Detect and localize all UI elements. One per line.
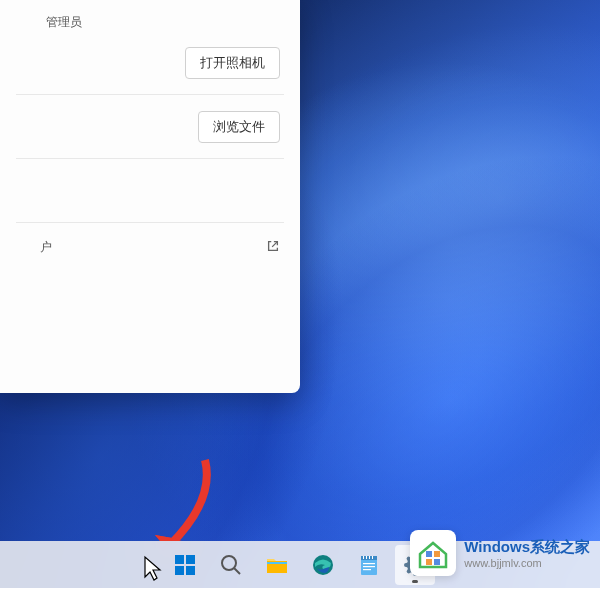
svg-rect-10 <box>363 556 364 559</box>
svg-rect-16 <box>363 569 371 570</box>
brand-title: Windows系统之家 <box>464 538 590 557</box>
svg-rect-15 <box>363 566 375 567</box>
external-link-icon <box>266 239 280 256</box>
svg-rect-12 <box>369 556 370 559</box>
notepad-icon <box>357 553 381 577</box>
start-button[interactable] <box>165 545 205 585</box>
account-row[interactable]: 户 <box>16 223 284 271</box>
spacer-row <box>16 159 284 223</box>
svg-rect-2 <box>175 566 184 575</box>
svg-rect-14 <box>363 563 375 564</box>
browse-files-button[interactable]: 浏览文件 <box>198 111 280 143</box>
windows-icon <box>173 553 197 577</box>
edge-button[interactable] <box>303 545 343 585</box>
svg-rect-0 <box>175 555 184 564</box>
brand-watermark: Windows系统之家 www.bjjmlv.com <box>410 530 590 576</box>
edge-icon <box>311 553 335 577</box>
bottom-whitespace <box>0 588 600 606</box>
browse-setting-row: 浏览文件 <box>16 95 284 159</box>
admin-label: 管理员 <box>46 14 284 31</box>
search-icon <box>219 553 243 577</box>
brand-url: www.bjjmlv.com <box>464 557 590 569</box>
file-explorer-button[interactable] <box>257 545 297 585</box>
svg-rect-6 <box>267 562 287 564</box>
account-label: 户 <box>40 239 52 256</box>
svg-rect-13 <box>372 556 373 559</box>
open-camera-button[interactable]: 打开照相机 <box>185 47 280 79</box>
notepad-button[interactable] <box>349 545 389 585</box>
camera-setting-row: 打开照相机 <box>16 31 284 95</box>
svg-point-4 <box>222 556 236 570</box>
svg-rect-11 <box>366 556 367 559</box>
svg-rect-21 <box>434 559 440 565</box>
svg-rect-18 <box>426 551 432 557</box>
svg-rect-20 <box>426 559 432 565</box>
brand-logo-icon <box>410 530 456 576</box>
search-button[interactable] <box>211 545 251 585</box>
svg-rect-19 <box>434 551 440 557</box>
folder-icon <box>265 553 289 577</box>
svg-line-5 <box>234 568 240 574</box>
svg-rect-3 <box>186 566 195 575</box>
settings-window: 管理员 打开照相机 浏览文件 户 <box>0 0 300 393</box>
svg-rect-1 <box>186 555 195 564</box>
